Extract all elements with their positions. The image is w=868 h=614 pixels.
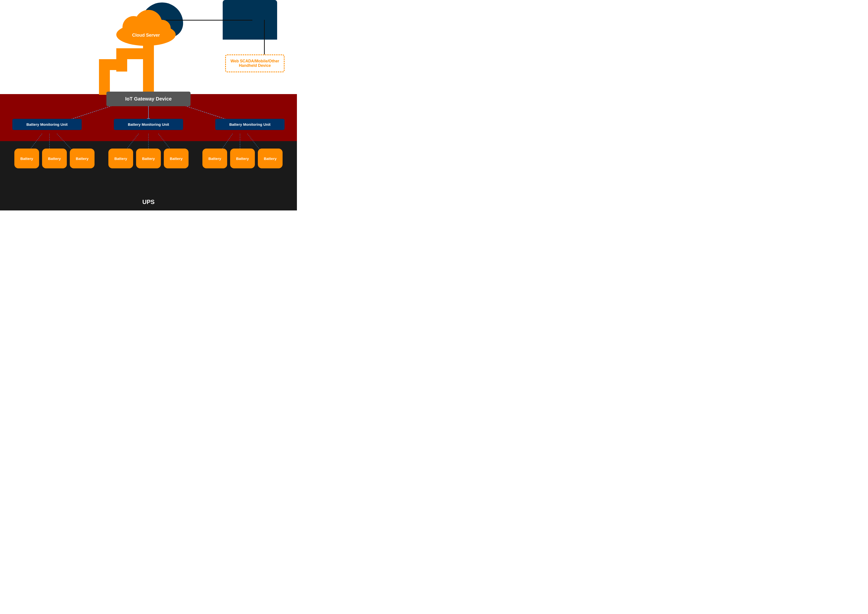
orange-pipe-step2 bbox=[116, 59, 127, 72]
bmu-row: Battery Monitoring Unit Battery Monitori… bbox=[12, 119, 285, 130]
battery-5: Battery bbox=[136, 149, 161, 168]
battery-8: Battery bbox=[230, 149, 255, 168]
battery-4: Battery bbox=[108, 149, 133, 168]
bmu-left-label: Battery Monitoring Unit bbox=[26, 122, 68, 126]
iot-gateway-box: IoT Gateway Device bbox=[106, 92, 191, 106]
cloud-scada-line-h bbox=[166, 20, 253, 20]
orange-pipe-step3 bbox=[99, 59, 117, 70]
battery-1: Battery bbox=[14, 149, 39, 168]
iot-gateway-label: IoT Gateway Device bbox=[125, 96, 172, 101]
scada-label: Web SCADA/Mobile/OtherHandheld Device bbox=[230, 59, 279, 68]
battery-group-center: Battery Battery Battery bbox=[108, 149, 189, 168]
scada-box: Web SCADA/Mobile/OtherHandheld Device bbox=[225, 54, 285, 72]
orange-pipe-step4 bbox=[99, 70, 110, 95]
bmu-center: Battery Monitoring Unit bbox=[114, 119, 183, 130]
battery-6: Battery bbox=[164, 149, 189, 168]
battery-7: Battery bbox=[202, 149, 227, 168]
orange-pipe-mid bbox=[143, 48, 154, 61]
battery-group-right: Battery Battery Battery bbox=[202, 149, 282, 168]
battery-3: Battery bbox=[70, 149, 95, 168]
battery-9: Battery bbox=[258, 149, 282, 168]
orange-pipe-step1 bbox=[116, 48, 144, 59]
bmu-center-label: Battery Monitoring Unit bbox=[128, 122, 169, 126]
batteries-row: Battery Battery Battery Battery Battery … bbox=[0, 149, 297, 168]
ups-label: UPS bbox=[142, 199, 154, 205]
cloud-label: Cloud Server bbox=[132, 33, 160, 37]
battery-group-left: Battery Battery Battery bbox=[14, 149, 95, 168]
bmu-right: Battery Monitoring Unit bbox=[215, 119, 285, 130]
cloud-server-container: Cloud Server bbox=[112, 3, 186, 45]
bmu-right-label: Battery Monitoring Unit bbox=[229, 122, 271, 126]
bmu-left: Battery Monitoring Unit bbox=[12, 119, 82, 130]
cloud-svg: Cloud Server bbox=[114, 8, 178, 47]
battery-2: Battery bbox=[42, 149, 67, 168]
cloud-scada-line-v bbox=[264, 20, 265, 58]
orange-pipe-down bbox=[143, 61, 154, 95]
